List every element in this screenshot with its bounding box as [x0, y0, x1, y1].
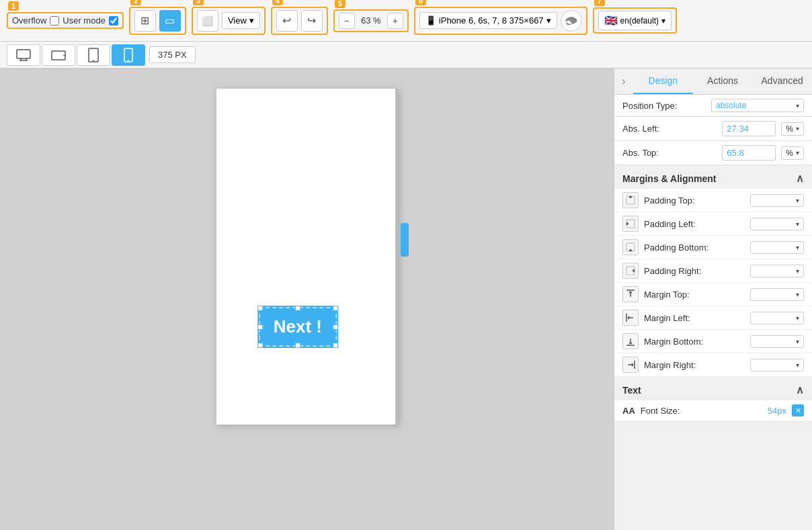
undo-button[interactable]: ↩ [276, 10, 298, 32]
lang-label: en(default) [620, 16, 659, 26]
abs-left-unit: % [786, 124, 793, 134]
padding-top-input[interactable]: ▾ [750, 194, 804, 207]
view-dropdown[interactable]: View ▾ [222, 12, 260, 29]
padding-right-input[interactable]: ▾ [750, 265, 804, 277]
margin-bottom-input[interactable]: ▾ [750, 335, 804, 348]
preview-button[interactable] [561, 10, 582, 32]
abs-top-input[interactable]: 65.8 [722, 145, 776, 161]
abs-top-value: 65.8 [727, 148, 743, 158]
abs-top-unit-dropdown[interactable]: % ▾ [781, 146, 804, 160]
device-label: iPhone 6, 6s, 7, 8 375×667 [439, 15, 544, 26]
margin-right-label: Margin Right: [644, 360, 745, 370]
tab-actions[interactable]: Actions [693, 69, 753, 94]
single-view-button[interactable]: ▭ [159, 10, 181, 32]
scroll-handle[interactable] [401, 223, 409, 257]
lang-caret: ▾ [661, 16, 665, 26]
grid-view-button[interactable]: ⊞ [134, 10, 156, 32]
redo-button[interactable]: ↪ [301, 10, 323, 32]
right-panel: › Design Actions Advanced Position Type:… [614, 69, 812, 530]
group-undo-redo: 4 ↩ ↪ [271, 7, 328, 35]
toolbar-number-3: 3 [193, 0, 204, 5]
margin-top-row: Margin Top: ▾ [614, 283, 812, 306]
padding-bottom-input[interactable]: ▾ [750, 241, 804, 254]
margin-right-row: Margin Right: ▾ [614, 353, 812, 377]
toolbar-number-7: 7 [594, 0, 605, 6]
margin-bottom-caret: ▾ [796, 338, 799, 345]
padding-top-row: Padding Top: ▾ [614, 189, 812, 212]
tab-advanced[interactable]: Advanced [752, 69, 812, 94]
device-icon: 📱 [425, 15, 436, 26]
padding-top-label: Padding Top: [644, 195, 745, 206]
margin-top-label: Margin Top: [644, 290, 745, 300]
zoom-out-button[interactable]: − [339, 13, 355, 29]
text-section-header: Text ∧ [614, 377, 812, 400]
margin-bottom-label: Margin Bottom: [644, 337, 745, 347]
breakpoint-tablet-portrait[interactable] [77, 44, 110, 66]
margin-left-row: Margin Left: ▾ [614, 306, 812, 330]
svg-point-7 [93, 60, 94, 61]
padding-bottom-label: Padding Bottom: [644, 242, 745, 253]
handle-tm [295, 306, 300, 311]
user-mode-checkbox[interactable] [109, 16, 118, 26]
margin-left-input[interactable]: ▾ [750, 312, 804, 324]
padding-top-caret: ▾ [796, 197, 799, 204]
padding-left-label: Padding Left: [644, 219, 745, 229]
margin-bottom-row: Margin Bottom: ▾ [614, 330, 812, 353]
handle-ml [257, 324, 263, 330]
next-button[interactable]: Next ! [259, 307, 337, 347]
toolbar-number-5: 5 [335, 0, 346, 8]
margin-top-caret: ▾ [796, 291, 799, 298]
device-caret: ▾ [546, 15, 551, 26]
position-type-caret: ▾ [796, 102, 799, 109]
position-type-label: Position Type: [622, 101, 706, 111]
handle-tl [257, 306, 263, 311]
panel-content: Position Type: absolute ▾ Abs. Left: 27.… [614, 95, 812, 530]
device-breakpoints-toolbar: 375 PX 8 [0, 42, 812, 69]
abs-top-row: Abs. Top: 65.8 % ▾ [614, 141, 812, 165]
padding-left-icon [622, 216, 639, 232]
language-dropdown[interactable]: 🇬🇧 en(default) ▾ [598, 11, 672, 30]
padding-right-icon [622, 263, 639, 279]
breakpoint-mobile[interactable] [112, 44, 145, 66]
abs-left-value: 27.34 [727, 124, 749, 134]
font-size-icon: AA [622, 406, 635, 416]
device-dropdown[interactable]: 📱 iPhone 6, 6s, 7, 8 375×667 ▾ [419, 12, 557, 29]
breakpoint-tablet-landscape[interactable] [42, 44, 75, 66]
text-collapse-button[interactable]: ∧ [796, 384, 804, 396]
padding-left-input[interactable]: ▾ [750, 218, 804, 230]
font-size-value: 54px [768, 406, 786, 416]
overflow-checkbox[interactable] [50, 16, 59, 26]
zoom-in-button[interactable]: + [387, 13, 403, 29]
handle-br [333, 343, 338, 348]
svg-point-9 [128, 60, 129, 61]
frame-icon[interactable]: ⬜ [197, 10, 218, 32]
margin-right-input[interactable]: ▾ [750, 359, 804, 371]
padding-left-row: Padding Left: ▾ [614, 212, 812, 236]
abs-left-row: Abs. Left: 27.34 % ▾ [614, 117, 812, 141]
handle-tr [333, 306, 338, 311]
margin-top-input[interactable]: ▾ [750, 288, 804, 301]
margin-left-label: Margin Left: [644, 313, 745, 323]
canvas-area[interactable]: Next ! [0, 69, 614, 530]
group-overflow-usermode: 1 Overflow User mode [7, 12, 124, 29]
margin-left-caret: ▾ [796, 314, 799, 322]
position-type-dropdown[interactable]: absolute ▾ [711, 99, 804, 112]
group-device: 6 📱 iPhone 6, 6s, 7, 8 375×667 ▾ [414, 7, 587, 35]
padding-right-caret: ▾ [796, 267, 799, 275]
font-size-row: AA Font Size: 54px ✕ [614, 400, 812, 421]
abs-left-input[interactable]: 27.34 [722, 121, 776, 136]
abs-left-unit-dropdown[interactable]: % ▾ [781, 122, 804, 136]
group-language: 7 🇬🇧 en(default) ▾ [593, 7, 677, 34]
main-area: Next ! › Design Actions Advanced [0, 69, 812, 530]
group-view: 3 ⬜ View ▾ [192, 7, 266, 35]
padding-right-row: Padding Right: ▾ [614, 259, 812, 283]
font-size-clear-button[interactable]: ✕ [792, 404, 804, 416]
panel-arrow[interactable]: › [614, 69, 633, 94]
phone-frame: Next ! [216, 89, 398, 425]
breakpoint-desktop[interactable] [7, 44, 40, 66]
padding-bottom-icon [622, 239, 639, 255]
abs-top-unit: % [786, 148, 793, 158]
margins-collapse-button[interactable]: ∧ [796, 172, 804, 185]
handle-mr [333, 324, 338, 330]
tab-design[interactable]: Design [633, 69, 693, 94]
